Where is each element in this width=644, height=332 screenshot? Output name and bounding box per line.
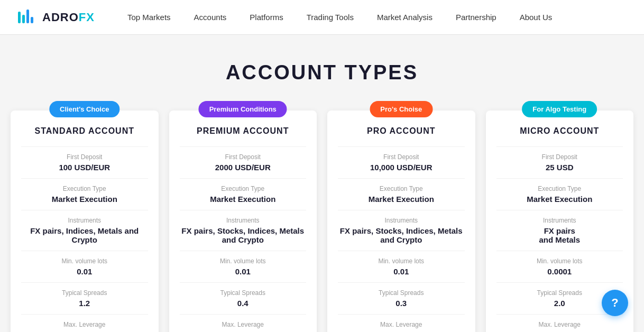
field-value: 10,000 USD/EUR: [338, 163, 465, 172]
nav-item-accounts[interactable]: Accounts: [182, 0, 238, 35]
field-value: FX pairs, Stocks, Indices, Metals and Cr…: [338, 226, 465, 244]
main-nav: Top MarketsAccountsPlatformsTrading Tool…: [116, 0, 564, 35]
field-value: FX pairs, Stocks, Indices, Metals and Cr…: [180, 226, 307, 244]
card-field-micro-1: Execution TypeMarket Execution: [496, 178, 623, 210]
field-label: Instruments: [180, 217, 307, 224]
card-field-pro-1: Execution TypeMarket Execution: [338, 178, 465, 210]
nav-item-about-us[interactable]: About Us: [508, 0, 564, 35]
card-title-premium: PREMIUM ACCOUNT: [180, 126, 307, 136]
nav-item-partnership[interactable]: Partnership: [444, 0, 508, 35]
card-field-standard-4: Typical Spreads1.2: [21, 282, 148, 314]
field-label: Min. volume lots: [338, 257, 465, 265]
header: ADROFX Top MarketsAccountsPlatformsTradi…: [0, 0, 644, 35]
field-label: Execution Type: [496, 185, 623, 192]
field-value: 0.01: [21, 267, 148, 276]
svg-rect-1: [22, 15, 25, 23]
field-value: 0.01: [338, 267, 465, 276]
card-field-standard-5: Max. Leverage1:500: [21, 314, 148, 332]
field-value: 0.01: [180, 267, 307, 276]
field-value: Market Execution: [21, 195, 148, 204]
logo[interactable]: ADROFX: [16, 6, 95, 29]
field-label: Typical Spreads: [21, 289, 148, 297]
field-label: First Deposit: [338, 153, 465, 161]
card-field-premium-1: Execution TypeMarket Execution: [180, 178, 307, 210]
nav-item-market-analysis[interactable]: Market Analysis: [365, 0, 444, 35]
logo-text: ADROFX: [42, 11, 95, 24]
badge-micro: For Algo Testing: [522, 101, 597, 117]
badge-standard: Client's Choice: [49, 101, 119, 117]
logo-icon: [16, 6, 38, 29]
card-field-standard-1: Execution TypeMarket Execution: [21, 178, 148, 210]
card-title-micro: MICRO ACCOUNT: [496, 126, 623, 136]
card-field-pro-5: Max. Leverage1:500: [338, 314, 465, 332]
field-label: Min. volume lots: [21, 257, 148, 265]
card-field-premium-5: Max. Leverage1:500: [180, 314, 307, 332]
card-field-micro-0: First Deposit25 USD: [496, 146, 623, 178]
card-field-micro-3: Min. volume lots0.0001: [496, 251, 623, 282]
card-standard: Client's ChoiceSTANDARD ACCOUNTFirst Dep…: [11, 110, 159, 332]
card-field-micro-5: Max. Leverage1:500: [496, 314, 623, 332]
field-label: Min. volume lots: [180, 257, 307, 265]
svg-rect-3: [31, 17, 33, 23]
field-label: Max. Leverage: [180, 321, 307, 328]
card-field-pro-0: First Deposit10,000 USD/EUR: [338, 146, 465, 178]
field-label: Execution Type: [180, 185, 307, 192]
field-value: FX pairsand Metals: [496, 226, 623, 244]
nav-item-platforms[interactable]: Platforms: [238, 0, 295, 35]
main-content: ACCOUNT TYPES Client's ChoiceSTANDARD AC…: [0, 35, 644, 332]
field-label: Execution Type: [21, 185, 148, 192]
svg-rect-0: [18, 12, 21, 23]
field-value: Market Execution: [496, 195, 623, 204]
card-title-standard: STANDARD ACCOUNT: [21, 126, 148, 136]
field-label: Execution Type: [338, 185, 465, 192]
field-value: Market Execution: [180, 195, 307, 204]
card-field-pro-3: Min. volume lots0.01: [338, 251, 465, 282]
field-label: First Deposit: [21, 153, 148, 161]
card-field-pro-4: Typical Spreads0.3: [338, 282, 465, 314]
nav-item-trading-tools[interactable]: Trading Tools: [295, 0, 365, 35]
card-field-micro-2: InstrumentsFX pairsand Metals: [496, 210, 623, 251]
field-value: 0.3: [338, 299, 465, 308]
field-value: 25 USD: [496, 163, 623, 172]
page-title: ACCOUNT TYPES: [11, 61, 633, 84]
card-field-standard-3: Min. volume lots0.01: [21, 251, 148, 282]
nav-item-top-markets[interactable]: Top Markets: [116, 0, 182, 35]
field-value: Market Execution: [338, 195, 465, 204]
badge-premium: Premium Conditions: [199, 101, 287, 117]
card-field-premium-4: Typical Spreads0.4: [180, 282, 307, 314]
field-value: FX pairs, Indices, Metals and Crypto: [21, 226, 148, 244]
field-label: Min. volume lots: [496, 257, 623, 265]
field-label: Instruments: [338, 217, 465, 224]
field-value: 1.2: [21, 299, 148, 308]
svg-rect-2: [26, 10, 29, 23]
card-field-standard-0: First Deposit100 USD/EUR: [21, 146, 148, 178]
card-title-pro: PRO ACCOUNT: [338, 126, 465, 136]
field-label: Typical Spreads: [338, 289, 465, 297]
field-value: 2000 USD/EUR: [180, 163, 307, 172]
card-field-standard-2: InstrumentsFX pairs, Indices, Metals and…: [21, 210, 148, 251]
field-value: 0.4: [180, 299, 307, 308]
card-field-premium-2: InstrumentsFX pairs, Stocks, Indices, Me…: [180, 210, 307, 251]
help-button[interactable]: ?: [602, 290, 628, 316]
field-label: Max. Leverage: [21, 321, 148, 328]
badge-pro: Pro's Choise: [370, 101, 433, 117]
card-field-pro-2: InstrumentsFX pairs, Stocks, Indices, Me…: [338, 210, 465, 251]
field-label: Typical Spreads: [180, 289, 307, 297]
field-label: Max. Leverage: [338, 321, 465, 328]
field-value: 100 USD/EUR: [21, 163, 148, 172]
field-label: First Deposit: [180, 153, 307, 161]
card-premium: Premium ConditionsPREMIUM ACCOUNTFirst D…: [169, 110, 317, 332]
card-field-premium-0: First Deposit2000 USD/EUR: [180, 146, 307, 178]
field-label: Instruments: [496, 217, 623, 224]
field-label: Instruments: [21, 217, 148, 224]
card-pro: Pro's ChoisePRO ACCOUNTFirst Deposit10,0…: [327, 110, 475, 332]
card-field-premium-3: Min. volume lots0.01: [180, 251, 307, 282]
field-label: First Deposit: [496, 153, 623, 161]
field-label: Max. Leverage: [496, 321, 623, 328]
cards-grid: Client's ChoiceSTANDARD ACCOUNTFirst Dep…: [11, 110, 633, 332]
field-value: 0.0001: [496, 267, 623, 276]
